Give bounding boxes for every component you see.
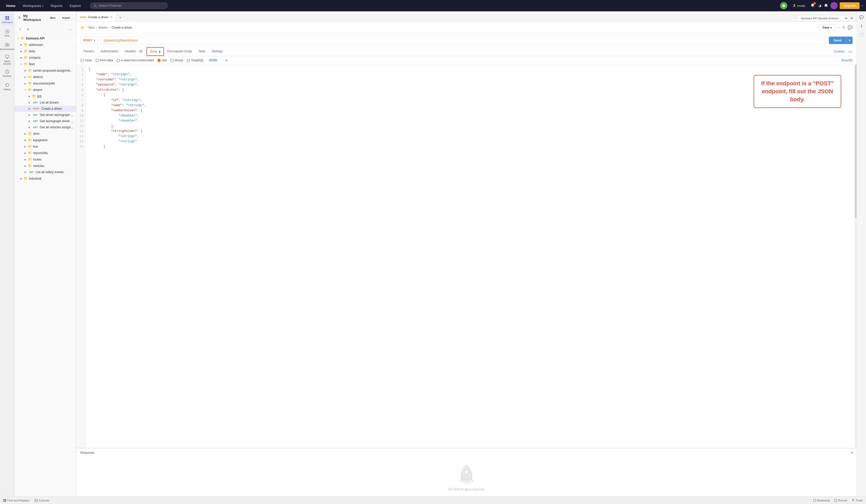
send-dropdown-button[interactable]: ▾ — [846, 37, 853, 44]
tree-item-documents[interactable]: ▶ 📁 documents/pdfs — [14, 80, 76, 87]
response-collapse-icon[interactable]: ▾ — [851, 451, 853, 455]
tab-more-button[interactable]: ··· — [124, 15, 131, 21]
sidebar-item-mock-servers[interactable]: Mock Servers — [1, 54, 13, 66]
sidebar-item-apis[interactable]: APIs — [1, 27, 13, 39]
tab-close-icon[interactable]: ✕ — [110, 15, 112, 19]
import-button[interactable]: Import — [59, 15, 73, 21]
cookies-link[interactable]: Cookies — [833, 50, 845, 53]
add-tab-button[interactable]: ＋ — [116, 14, 124, 21]
tree-item-drivers[interactable]: ▾ 📁 drivers — [14, 87, 76, 93]
tree-item-routes[interactable]: ▶ 📁 routes — [14, 156, 76, 163]
breadcrumb-drivers[interactable]: drivers — [98, 26, 108, 30]
invite-button[interactable]: Invite — [789, 2, 808, 9]
tree-item-reports-ifta[interactable]: ▶ 📁 reports/ifta — [14, 150, 76, 156]
tree-item-beta[interactable]: ▶ 📁 beta — [14, 48, 76, 54]
tab-tests[interactable]: Tests — [195, 47, 209, 56]
send-button[interactable]: Send — [829, 37, 846, 44]
method-select[interactable]: POST ▾ — [80, 37, 98, 44]
explore-nav-item[interactable]: Explore — [67, 2, 84, 9]
search-bar[interactable]: Search Postman — [90, 3, 168, 9]
tree-root[interactable]: ▾ 📁 Samsara API — [14, 35, 76, 42]
option-binary[interactable]: binary — [170, 58, 184, 62]
form-data-radio[interactable] — [96, 59, 99, 62]
tree-item-industrial[interactable]: ▶ 📁 industrial — [14, 175, 76, 182]
edit-icon[interactable]: ✎ — [842, 25, 846, 30]
tree-item-vehicles-assigned[interactable]: ▶ GET Get all vehicles assigned ... — [14, 124, 76, 130]
tree-item-safety-events[interactable]: ▶ GET List all safety events. — [14, 169, 76, 175]
tree-item-create-driver[interactable]: ▶ POST Create a driver — [14, 106, 76, 112]
new-button[interactable]: New — [47, 15, 58, 21]
tree-item-defects[interactable]: ▶ 📁 defects — [14, 74, 76, 80]
right-info-icon[interactable]: ℹ — [858, 22, 865, 30]
tree-item-carrier[interactable]: ▶ 📁 carrier-proposed-assignme... — [14, 67, 76, 74]
more-icon[interactable]: ··· — [67, 26, 74, 32]
option-raw[interactable]: raw — [157, 58, 167, 62]
tree-item-dvirs[interactable]: ▶ 📁 dvirs — [14, 130, 76, 137]
option-form-data[interactable]: form-data — [96, 58, 113, 62]
graphql-radio[interactable] — [187, 59, 190, 62]
sidebar-item-collections[interactable]: Collections — [1, 13, 13, 26]
option-urlencoded[interactable]: x-www-form-urlencoded — [116, 58, 154, 62]
right-docs-icon[interactable]: 📄 — [858, 31, 865, 39]
eye-icon[interactable]: 👁 — [850, 16, 854, 20]
add-collection-icon[interactable]: ＋ — [17, 26, 23, 32]
tree-item-hos[interactable]: ▶ 📁 hos — [14, 143, 76, 150]
bootcamp-item[interactable]: Bootcamp — [813, 499, 830, 502]
breadcrumb-fleet[interactable]: fleet — [88, 26, 95, 30]
option-graphql[interactable]: GraphQL — [187, 58, 204, 62]
tree-item-id[interactable]: ▶ 📁 {id} — [14, 93, 76, 100]
tree-item-equipment[interactable]: ▶ 📁 equipment — [14, 137, 76, 143]
editor-scroll-thumb[interactable] — [855, 65, 856, 218]
trash-item[interactable]: Trash — [852, 499, 863, 502]
comment-icon[interactable]: 💬 — [848, 25, 853, 30]
tab-body[interactable]: Body — [146, 47, 164, 56]
tree-item-addresses[interactable]: ▶ 📁 addresses — [14, 42, 76, 48]
reports-nav-item[interactable]: Reports — [47, 2, 66, 9]
runner-item[interactable]: Runner — [834, 499, 847, 502]
tab-headers[interactable]: Headers 10 — [121, 47, 146, 56]
console-item[interactable]: Console — [35, 499, 49, 502]
binary-radio[interactable] — [170, 59, 174, 62]
code-view-icon[interactable]: </> — [848, 50, 853, 54]
save-button[interactable]: Save ▾ — [819, 24, 835, 31]
tab-method-badge: POST — [80, 16, 87, 19]
settings-icon[interactable] — [817, 3, 822, 8]
tab-params[interactable]: Params — [80, 47, 97, 56]
mock-servers-icon — [5, 54, 10, 59]
sidebar-item-monitors[interactable]: Monitors — [1, 67, 13, 79]
url-input[interactable] — [100, 36, 827, 44]
sidebar-item-environments[interactable]: Environments — [1, 40, 13, 53]
notifications-icon[interactable]: ! — [810, 3, 815, 9]
tree-item-list-drivers[interactable]: ▶ GET List all drivers — [14, 100, 76, 106]
tree-item-contacts[interactable]: ▶ 📁 contacts — [14, 54, 76, 61]
tree-item-fleet[interactable]: ▾ 📁 fleet — [14, 61, 76, 67]
tab-settings[interactable]: Settings — [209, 47, 226, 56]
save-more-icon[interactable]: ··· — [837, 26, 840, 30]
sort-icon[interactable]: ≡ — [25, 26, 31, 32]
code-content[interactable]: { "name": "<string>", "username": "<stri… — [86, 65, 855, 448]
editor-scrollbar[interactable] — [855, 65, 857, 448]
workspaces-nav-item[interactable]: Workspaces ▾ — [20, 2, 46, 9]
svg-rect-3 — [8, 16, 9, 18]
option-none[interactable]: none — [80, 58, 92, 62]
tree-item-tachograph-files[interactable]: ▶ GET Get tachograph driver files — [14, 118, 76, 124]
code-editor[interactable]: 1 2 3 4 5 6 7 8 9 10 11 12 13 14 — [76, 65, 857, 448]
sidebar-item-history[interactable]: History — [1, 80, 13, 93]
right-comment-icon[interactable]: 💬 — [858, 13, 865, 21]
upgrade-button[interactable]: Upgrade — [840, 2, 859, 9]
none-radio[interactable] — [80, 59, 84, 62]
find-replace-item[interactable]: Find and Replace — [3, 499, 30, 502]
beautify-link[interactable]: Beautify — [842, 58, 853, 62]
avatar[interactable] — [830, 2, 837, 9]
urlencoded-radio[interactable] — [116, 59, 120, 62]
tab-authorization[interactable]: Authorization — [97, 47, 121, 56]
environment-selector[interactable]: Samsara API Sample Environme... — [797, 15, 848, 21]
format-select[interactable]: JSON Text JavaScript HTML XML — [208, 58, 229, 62]
tree-item-vehicles[interactable]: ▶ 📁 vehicles — [14, 163, 76, 169]
tab-create-driver[interactable]: POST Create a driver ✕ — [76, 13, 116, 21]
bell-icon[interactable] — [824, 3, 828, 8]
home-nav-item[interactable]: Home — [3, 2, 19, 9]
raw-radio[interactable] — [157, 59, 161, 62]
tree-item-tachograph-ac[interactable]: ▶ GET Get driver tachograph ac... — [14, 112, 76, 118]
tab-pre-request[interactable]: Pre-request Script — [164, 47, 195, 56]
